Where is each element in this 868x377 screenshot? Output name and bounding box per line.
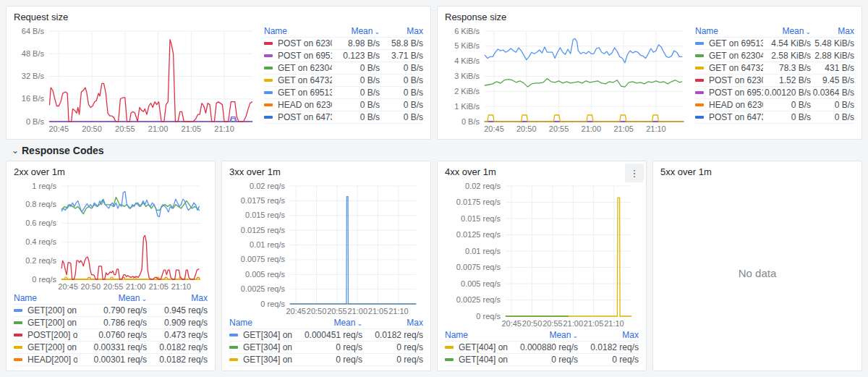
svg-text:0.015 req/s: 0.015 req/s [245,211,286,219]
legend-col-max[interactable]: Max [578,330,639,340]
legend-series-label[interactable]: HEAD on 62304468_web [695,100,763,110]
legend-mean-value: 78.3 B/s [763,63,811,73]
svg-text:0.015 req/s: 0.015 req/s [461,214,501,223]
legend-series-label[interactable]: GET[404] on 64732711_frontend [445,355,509,365]
legend-series-label[interactable]: GET[304] on 64732711_frontend [229,355,293,365]
panel-title-response-size[interactable]: Response size [445,9,854,25]
legend-row: HEAD on 62304468_web0 B/s0 B/s [264,99,423,111]
legend-row: POST on 64732711_backend0 B/s0 B/s [695,111,854,124]
legend-col-max[interactable]: Max [362,318,423,328]
panel-title-3xx[interactable]: 3xx over 1m [229,164,423,180]
svg-text:21:10: 21:10 [646,124,666,133]
legend-col-name[interactable]: Name [445,330,509,340]
chart-svg: 0 B/s1 KiB/s2 KiB/s3 KiB/s4 KiB/s5 KiB/s… [445,25,691,135]
legend-col-mean[interactable]: Mean⌄ [509,330,578,340]
4xx-legend: NameMean⌄MaxGET[404] on 69513148_millaun… [445,329,639,366]
legend-series-label[interactable]: GET on 64732711_frontend [695,63,763,73]
legend-series-label[interactable]: HEAD[200] on 62304468_web [14,355,77,365]
series-color-swatch [695,79,704,82]
svg-text:21:00: 21:00 [347,307,367,315]
2xx-chart[interactable]: 0 req/s0.2 req/s0.4 req/s0.6 req/s0.8 re… [14,180,208,292]
legend-series-label[interactable]: POST on 64732711_backend [264,112,332,122]
panel-3xx-over-1m: 3xx over 1m 0 req/s0.0025 req/s0.005 req… [221,161,431,371]
3xx-chart[interactable]: 0 req/s0.0025 req/s0.005 req/s0.0075 req… [229,180,423,317]
svg-text:0 B/s: 0 B/s [461,117,480,126]
legend-max-value: 0.0182 req/s [578,342,639,352]
legend-header: NameMean⌄Max [445,329,639,342]
series-color-swatch [14,309,22,312]
legend-row: GET on 64732711_frontend78.3 B/s431 B/s [695,62,854,75]
4xx-chart[interactable]: 0 req/s0.0025 req/s0.005 req/s0.0075 req… [445,180,639,329]
legend-series-label[interactable]: POST on 62304468_web [264,38,332,48]
legend-col-name[interactable]: Name [264,26,332,36]
legend-col-mean[interactable]: Mean⌄ [293,318,362,328]
legend-col-name[interactable]: Name [695,26,763,36]
legend-series-label[interactable]: GET on 62304468_web [695,51,763,61]
legend-row: POST on 62304468_web1.52 B/s9.45 B/s [695,75,854,87]
chart-svg: 0 req/s0.2 req/s0.4 req/s0.6 req/s0.8 re… [14,180,208,292]
svg-text:20:45: 20:45 [49,124,69,133]
legend-mean-value: 0 B/s [332,75,380,85]
legend-series-label[interactable]: GET[304] on 69513148_millaunet [229,330,293,340]
legend-series-label[interactable]: GET on 64732711_frontend [264,75,332,85]
svg-text:21:05: 21:05 [368,307,388,315]
legend-series-label[interactable]: POST on 69513148_millaunet [695,88,763,98]
legend-col-max[interactable]: Max [147,293,208,303]
svg-text:0.6 req/s: 0.6 req/s [25,219,56,227]
svg-text:21:05: 21:05 [182,124,202,133]
legend-mean-value: 0 B/s [332,100,380,110]
legend-series-label[interactable]: GET[200] on 69513148_millaunet [14,305,77,315]
legend-col-name[interactable]: Name [229,318,293,328]
svg-text:2 KiB/s: 2 KiB/s [454,87,480,96]
legend-col-mean[interactable]: Mean⌄ [332,26,380,36]
panel-title-5xx[interactable]: 5xx over 1m [660,164,854,180]
legend-col-mean[interactable]: Mean⌄ [77,293,147,303]
legend-series-label[interactable]: POST on 69513148_millaunet [264,51,332,61]
legend-series-label[interactable]: HEAD on 62304468_web [264,100,332,110]
panel-title-4xx[interactable]: 4xx over 1m [445,164,639,180]
svg-text:0.0125 req/s: 0.0125 req/s [241,226,286,234]
response-size-chart[interactable]: 0 B/s1 KiB/s2 KiB/s3 KiB/s4 KiB/s5 KiB/s… [445,25,691,135]
legend-mean-value: 0 B/s [763,100,811,110]
request-size-chart[interactable]: 0 B/s16 B/s32 B/s48 B/s64 B/s20:4520:502… [14,25,260,135]
chart-svg: 0 req/s0.0025 req/s0.005 req/s0.0075 req… [229,180,423,317]
legend-col-mean[interactable]: Mean⌄ [763,26,811,36]
legend-max-value: 0.0182 req/s [362,330,423,340]
legend-series-label[interactable]: GET[200] on 64732711_frontend [14,342,77,352]
sort-caret-icon: ⌄ [141,295,147,302]
legend-max-value: 0 req/s [362,342,423,352]
svg-text:20:55: 20:55 [542,319,563,328]
legend-col-max[interactable]: Max [811,26,854,36]
series-color-swatch [264,79,273,82]
panel-title-2xx[interactable]: 2xx over 1m [14,164,208,180]
series-color-swatch [229,358,238,361]
legend-series-label[interactable]: GET[200] on 62304468_web [14,318,77,328]
legend-row: GET on 64732711_frontend0 B/s0 B/s [264,75,423,87]
legend-series-label[interactable]: POST on 64732711_backend [695,112,763,122]
legend-series-label[interactable]: GET[304] on 62304468_web [229,342,293,352]
panel-title-request-size[interactable]: Request size [14,9,423,25]
legend-mean-value: 0.00331 req/s [77,342,147,352]
legend-mean-value: 0.00120 B/s [763,88,811,98]
svg-text:21:10: 21:10 [171,282,192,291]
legend-series-label[interactable]: GET on 69513148_millaunet [264,88,332,98]
svg-text:0 req/s: 0 req/s [32,275,56,284]
legend-row: GET[304] on 64732711_frontend0 req/s0 re… [229,354,423,366]
legend-col-name[interactable]: Name [14,293,77,303]
svg-text:64 B/s: 64 B/s [22,27,45,35]
legend-max-value: 2.88 KiB/s [811,51,854,61]
legend-series-label[interactable]: POST[200] on 62304468_web [14,330,77,340]
row-header-response-codes[interactable]: ⌄ Response Codes [9,143,862,158]
legend-max-value: 9.45 B/s [811,75,854,85]
svg-text:21:10: 21:10 [388,307,409,315]
svg-text:20:55: 20:55 [103,282,124,291]
legend-row: GET[404] on 64732711_frontend0 req/s0 re… [445,354,639,366]
legend-series-label[interactable]: POST on 62304468_web [695,75,763,85]
svg-text:0.0075 req/s: 0.0075 req/s [456,263,501,271]
legend-series-label[interactable]: GET on 62304468_web [264,63,332,73]
legend-series-label[interactable]: GET[404] on 69513148_millaunet [445,342,509,352]
svg-text:21:00: 21:00 [126,282,146,291]
chevron-down-icon[interactable]: ⌄ [9,143,22,158]
legend-col-max[interactable]: Max [380,26,423,36]
legend-series-label[interactable]: GET on 69513148_millaunet [695,38,763,48]
